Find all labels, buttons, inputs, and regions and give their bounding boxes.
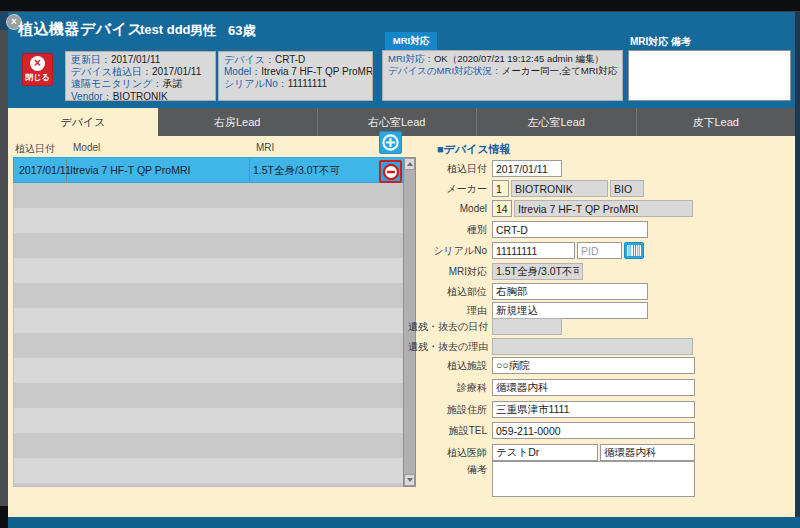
window-top-edge (0, 0, 800, 12)
doctor-name-input[interactable] (492, 444, 598, 461)
maker-label: メーカー (408, 180, 492, 197)
removal-reason-field (492, 338, 693, 355)
implant-site-label: 植込部位 (408, 283, 492, 300)
maker-abbr-field (610, 180, 644, 197)
list-column-mri: MRI (256, 142, 274, 153)
summary-line: 遠隔モニタリング：承諾 (71, 78, 210, 90)
device-type-label: 種別 (408, 221, 492, 238)
model-name-field (514, 200, 693, 217)
mri-line: デバイスのMRI対応状況：メーカー同一,全てMRI対応 (388, 65, 617, 77)
mri-note-textarea[interactable] (628, 50, 791, 101)
summary-line: デバイス植込日：2017/01/11 (71, 66, 210, 78)
remove-device-button[interactable] (379, 160, 402, 183)
facility-input[interactable] (492, 357, 695, 374)
close-button-label: 閉じる (25, 72, 49, 83)
mri-status-tab[interactable]: MRI対応 (385, 32, 437, 50)
barcode-icon (627, 245, 641, 256)
reason-input[interactable] (492, 302, 648, 319)
device-info-section-title: ■デバイス情報 (437, 142, 511, 157)
mri-note-label: MRI対応 備考 (630, 35, 691, 49)
dialog-header: × 植込機器デバイス test ddd 男性 63歳 × 閉じる 更新日：201… (8, 12, 795, 108)
removal-date-label: 遺残・抜去の日付 (408, 318, 492, 335)
row-implant-date: 2017/01/11 (19, 158, 71, 182)
row-mri: 1.5T全身/3.0T不可 (253, 158, 340, 182)
list-column-implant-date: 植込日付 (15, 142, 55, 156)
row-model: Itrevia 7 HF-T QP ProMRI (70, 158, 190, 182)
tab-right-atrial-lead[interactable]: 右房Lead (158, 108, 318, 136)
removal-reason-label: 遺残・抜去の理由 (408, 338, 492, 355)
summary-line: Model：Itrevia 7 HF-T QP ProMRI (224, 66, 367, 78)
facility-address-input[interactable] (492, 401, 695, 418)
facility-tel-input[interactable] (492, 422, 695, 439)
department-input[interactable] (492, 379, 695, 396)
tab-subcutaneous-lead[interactable]: 皮下Lead (637, 108, 796, 136)
patient-gender: 男性 (190, 22, 216, 40)
model-label: Model (408, 200, 492, 217)
implant-site-input[interactable] (492, 283, 648, 300)
doctor-department-input[interactable] (600, 444, 695, 461)
serial-no-input[interactable] (492, 242, 575, 259)
remarks-label: 備考 (408, 461, 492, 478)
implant-date-input[interactable] (492, 160, 562, 177)
column-divider (249, 159, 250, 181)
minus-circle-icon (382, 163, 400, 181)
model-code-input[interactable] (492, 200, 512, 217)
doctor-label: 植込医師 (408, 444, 492, 461)
device-list-row-selected[interactable]: 2017/01/11 Itrevia 7 HF-T QP ProMRI 1.5T… (13, 157, 416, 183)
serial-no-label: シリアルNo (408, 242, 492, 259)
patient-name: test ddd (140, 22, 191, 37)
barcode-scan-button[interactable] (624, 242, 644, 259)
removal-date-field (492, 318, 562, 335)
summary-line: デバイス：CRT-D (224, 54, 367, 66)
patient-age: 63歳 (228, 22, 255, 40)
close-x-icon: × (30, 56, 45, 71)
dialog-footer-bar (8, 517, 800, 528)
device-type-input[interactable] (492, 221, 648, 238)
mri-compat-field (492, 263, 583, 280)
device-model-box: デバイス：CRT-D Model：Itrevia 7 HF-T QP ProMR… (218, 51, 373, 101)
facility-address-label: 施設住所 (408, 401, 492, 418)
summary-line: Vendor：BIOTRONIK (71, 91, 210, 101)
implant-date-label: 植込日付 (408, 160, 492, 177)
close-button[interactable]: × 閉じる (22, 53, 53, 86)
mri-status-box: MRI対応：OK（2020/07/21 19:12:45 admin 編集） デ… (382, 50, 623, 101)
reason-label: 理由 (408, 302, 492, 319)
add-device-button[interactable] (379, 131, 402, 154)
facility-label: 植込施設 (408, 357, 492, 374)
mri-line: MRI対応：OK（2020/07/21 19:12:45 admin 編集） (388, 53, 617, 65)
device-summary-box: 更新日：2017/01/11 デバイス植込日：2017/01/11 遠隔モニタリ… (65, 51, 216, 101)
department-label: 診療科 (408, 379, 492, 396)
device-tab-panel: 植込日付 Model MRI 2017/01/11 Itrevia 7 HF-T… (8, 136, 795, 517)
plus-circle-icon (381, 133, 400, 152)
tab-left-ventricular-lead[interactable]: 左心室Lead (477, 108, 637, 136)
maker-name-field (511, 180, 608, 197)
tab-device[interactable]: デバイス (8, 108, 158, 136)
mri-compat-label: MRI対応 (408, 263, 492, 280)
background-window-right-edge (795, 12, 800, 517)
list-column-model: Model (73, 142, 100, 153)
summary-line: シリアルNo：11111111 (224, 78, 367, 90)
empty-list-rows (13, 183, 416, 487)
remarks-textarea[interactable] (492, 461, 695, 497)
facility-tel-label: 施設TEL (408, 422, 492, 439)
maker-code-input[interactable] (492, 180, 509, 197)
background-strip-black (0, 506, 8, 528)
background-window-edge (0, 12, 8, 528)
page-title: 植込機器デバイス (18, 20, 143, 39)
pid-input[interactable] (577, 242, 622, 259)
summary-line: 更新日：2017/01/11 (71, 54, 210, 66)
implanted-device-window: × 植込機器デバイス test ddd 男性 63歳 × 閉じる 更新日：201… (0, 0, 800, 528)
